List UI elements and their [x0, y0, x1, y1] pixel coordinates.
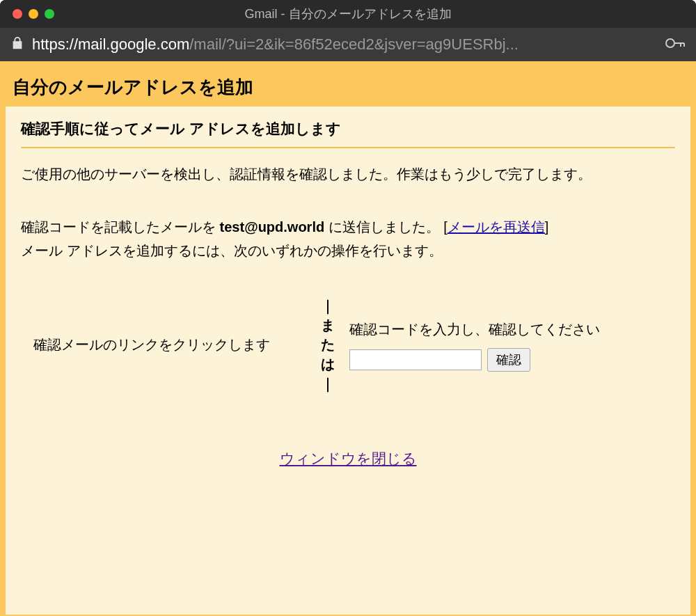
sent-email-address: test@upd.world [220, 219, 325, 235]
close-window-button[interactable] [13, 9, 22, 19]
window-controls [0, 9, 54, 19]
resend-email-link[interactable]: メールを再送信 [448, 219, 545, 235]
svg-point-0 [666, 39, 674, 47]
info-line-2: 確認コードを記載したメールを test@upd.world に送信しました。 [… [21, 215, 675, 239]
info-line-3: メール アドレスを追加するには、次のいずれかの操作を行います。 [21, 239, 675, 262]
verification-code-input[interactable] [349, 349, 482, 370]
key-icon[interactable] [665, 38, 685, 52]
verification-options: 確認メールのリンクをクリックします ｜ ま た は ｜ 確認コードを入力し、確認… [21, 296, 675, 393]
maximize-window-button[interactable] [45, 9, 54, 19]
option-separator: ｜ ま た は ｜ [319, 296, 337, 393]
browser-window: Gmail - 自分のメールアドレスを追加 https://mail.googl… [0, 0, 696, 616]
close-row: ウィンドウを閉じる [21, 449, 675, 468]
titlebar: Gmail - 自分のメールアドレスを追加 [0, 0, 696, 28]
url-host: https://mail.google.com [32, 35, 189, 53]
minimize-window-button[interactable] [29, 9, 38, 19]
address-bar[interactable]: https://mail.google.com/mail/?ui=2&ik=86… [0, 28, 696, 61]
url-path: /mail/?ui=2&ik=86f52eced2&jsver=ag9UESRb… [189, 35, 519, 53]
page-title: 自分のメールアドレスを追加 [13, 75, 683, 100]
sub-header: 確認手順に従ってメール アドレスを追加します [21, 119, 675, 147]
option-click-link: 確認メールのリンクをクリックします [33, 333, 306, 356]
option-enter-code: 確認コードを入力し、確認してください 確認 [349, 317, 663, 372]
enter-code-label: 確認コードを入力し、確認してください [349, 317, 663, 341]
url-text: https://mail.google.com/mail/?ui=2&ik=86… [32, 35, 657, 54]
page-content: 自分のメールアドレスを追加 確認手順に従ってメール アドレスを追加します ご使用… [0, 61, 696, 616]
divider [21, 147, 675, 148]
lock-icon [11, 36, 24, 53]
page-header: 自分のメールアドレスを追加 [6, 67, 690, 106]
window-title: Gmail - 自分のメールアドレスを追加 [0, 6, 696, 22]
body-text: ご使用の他のサーバーを検出し、認証情報を確認しました。作業はもう少しで完了します… [21, 162, 675, 262]
info-line-1: ご使用の他のサーバーを検出し、認証情報を確認しました。作業はもう少しで完了します… [21, 162, 675, 186]
close-window-link[interactable]: ウィンドウを閉じる [280, 450, 417, 466]
confirm-button[interactable]: 確認 [487, 348, 530, 372]
content-panel: 確認手順に従ってメール アドレスを追加します ご使用の他のサーバーを検出し、認証… [6, 106, 690, 615]
